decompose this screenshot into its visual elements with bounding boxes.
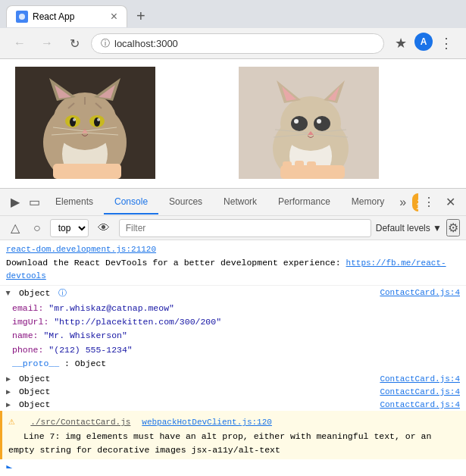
svg-rect-44: [307, 161, 316, 172]
prompt-icon: ►: [6, 462, 12, 468]
prop-val-imgurl: "http://placekitten.com/300/200": [54, 317, 221, 327]
url-bar[interactable]: ⓘ localhost:3000: [91, 33, 384, 54]
svg-point-34: [294, 119, 299, 124]
devtools-panel: ▶ ▭ Elements Console Sources Network Per…: [0, 188, 466, 468]
file-link-4[interactable]: ContactCard.js:4: [380, 400, 460, 409]
settings-button[interactable]: ⚙: [446, 219, 460, 236]
triangle-icon-2: ▶: [6, 374, 11, 384]
object-toggle-4: ▶ Object: [6, 399, 50, 409]
prop-key-name: name:: [12, 330, 39, 340]
object-toggle-1: ▶ Object ⓘ: [6, 287, 67, 299]
devtools-close-button[interactable]: ✕: [441, 192, 460, 212]
object-label-4: Object: [19, 399, 50, 409]
console-download-message: react-dom.development.js:21120 Download …: [0, 240, 466, 286]
file-link-3[interactable]: ContactCard.js:4: [380, 387, 460, 396]
devtools-inspect-button[interactable]: ▶: [6, 192, 24, 212]
devtools-dots-button[interactable]: ⋮: [418, 192, 439, 212]
object-toggle-2: ▶ Object: [6, 374, 50, 384]
info-icon-1: ⓘ: [58, 289, 67, 298]
prop-email: email: "mr.whiskaz@catnap.meow": [12, 302, 460, 315]
tab-performance[interactable]: Performance: [267, 190, 341, 215]
warning-text: Line 7: img elements must have an alt pr…: [8, 431, 431, 454]
prop-key-imgurl: imgUrl:: [12, 317, 48, 327]
prop-name: name: "Mr. Whiskerson": [12, 329, 460, 343]
browser-tab[interactable]: React App ×: [6, 5, 127, 27]
console-prompt: ►: [0, 459, 466, 468]
tab-title: React App: [33, 11, 106, 22]
devtools-source-link[interactable]: react-dom.development.js:21120: [6, 245, 156, 254]
warning-icon: ⚠: [8, 415, 14, 427]
back-button[interactable]: ←: [9, 33, 30, 54]
svg-point-13: [73, 118, 76, 121]
triangle-icon-1: ▶: [4, 290, 13, 295]
prop-val-phone: "(212) 555-1234": [48, 345, 132, 355]
warning-file-link[interactable]: webpackHotDevClient.js:120: [142, 418, 272, 427]
svg-point-33: [314, 116, 330, 131]
devtools-header: ▶ ▭ Elements Console Sources Network Per…: [0, 189, 466, 216]
prop-val-email: "mr.whiskaz@catnap.meow": [48, 303, 174, 313]
svg-point-14: [97, 118, 100, 121]
kitten-image-1: [15, 67, 155, 179]
object-header-2[interactable]: ▶ Object ContactCard.js:4: [0, 372, 466, 385]
console-message-text: react-dom.development.js:21120 Download …: [6, 243, 460, 283]
menu-button[interactable]: ⋮: [436, 33, 457, 54]
bookmark-button[interactable]: ★: [390, 33, 411, 54]
reload-button[interactable]: ↻: [64, 33, 85, 54]
kitten-image-2: [239, 67, 379, 179]
prop-val-name: "Mr. Whiskerson": [43, 330, 127, 340]
context-select[interactable]: top: [50, 219, 89, 237]
tab-network[interactable]: Network: [213, 190, 267, 215]
object-header-1[interactable]: ▶ Object ⓘ ContactCard.js:4: [0, 286, 466, 300]
object-header-4[interactable]: ▶ Object ContactCard.js:4: [0, 398, 466, 411]
url-text: localhost:3000: [114, 38, 374, 49]
console-object-1: ▶ Object ⓘ ContactCard.js:4 email: "mr.w…: [0, 286, 466, 373]
object-header-3[interactable]: ▶ Object ContactCard.js:4: [0, 385, 466, 398]
devtools-tabs: Elements Console Sources Network Perform…: [45, 190, 418, 215]
devtools-more-button[interactable]: »: [395, 193, 411, 212]
warning-source-link[interactable]: ./src/ContactCard.js: [30, 418, 130, 427]
new-tab-button[interactable]: +: [130, 5, 152, 28]
lock-icon: ⓘ: [101, 37, 110, 50]
eye-button[interactable]: 👁: [93, 218, 114, 238]
browser-chrome: React App × + ← → ↻ ⓘ localhost:3000 ★ A…: [0, 0, 466, 59]
tab-favicon: [16, 11, 28, 23]
prop-key-email: email:: [12, 303, 43, 313]
warning-content: ⚠ ./src/ContactCard.js webpackHotDevClie…: [8, 414, 460, 456]
prop-val-proto: : Object: [64, 359, 106, 368]
svg-rect-23: [53, 164, 121, 179]
devtools-end-buttons: ⋮ ✕: [418, 192, 460, 212]
svg-point-27: [280, 96, 341, 151]
object-label-3: Object: [19, 387, 50, 396]
tab-sources[interactable]: Sources: [158, 190, 213, 215]
proto-link[interactable]: __proto__: [12, 359, 59, 368]
console-filter-toggle[interactable]: ○: [29, 218, 45, 238]
tab-console[interactable]: Console: [104, 190, 158, 215]
devtools-mobile-button[interactable]: ▭: [24, 192, 45, 212]
forward-button[interactable]: →: [36, 33, 58, 54]
console-clear-button[interactable]: △: [6, 218, 24, 238]
profile-button[interactable]: A: [414, 33, 433, 51]
object-label-1: Object: [19, 288, 50, 298]
svg-rect-42: [283, 161, 292, 172]
levels-label: Default levels ▼: [376, 223, 442, 233]
prompt-cursor[interactable]: [15, 463, 460, 468]
svg-rect-43: [295, 161, 304, 172]
file-link-2[interactable]: ContactCard.js:4: [380, 374, 460, 384]
triangle-icon-3: ▶: [6, 387, 11, 396]
page-content: [0, 59, 466, 188]
prop-imgurl: imgUrl: "http://placekitten.com/300/200": [12, 315, 460, 329]
tab-memory[interactable]: Memory: [341, 190, 395, 215]
tab-close-button[interactable]: ×: [111, 11, 117, 23]
tab-bar: React App × +: [0, 0, 466, 28]
svg-point-35: [317, 119, 321, 124]
file-link-1[interactable]: ContactCard.js:4: [380, 288, 460, 297]
tab-elements[interactable]: Elements: [45, 190, 104, 215]
download-text: Download the React DevTools for a better…: [6, 258, 346, 268]
object-toggle-3: ▶ Object: [6, 387, 50, 396]
object-label-2: Object: [19, 374, 50, 384]
filter-input[interactable]: [119, 219, 371, 237]
warning-message: ⚠ ./src/ContactCard.js webpackHotDevClie…: [0, 411, 466, 459]
levels-dropdown[interactable]: Default levels ▼: [376, 223, 442, 233]
warning-badge: ▲ 1: [412, 193, 418, 211]
object-properties-1: email: "mr.whiskaz@catnap.meow" imgUrl: …: [0, 300, 466, 373]
